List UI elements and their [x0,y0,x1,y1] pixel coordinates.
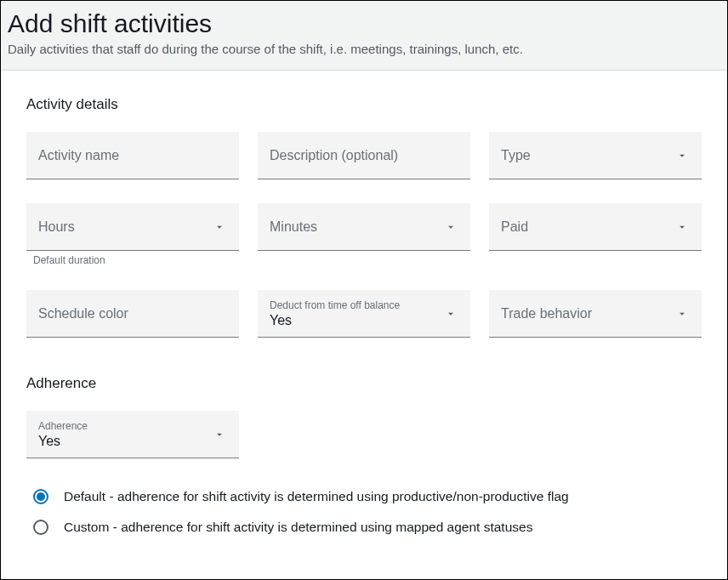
activity-details-section: Activity details Activity name Descripti… [26,96,702,338]
adherence-title: Adherence [26,375,702,392]
page-subtitle: Daily activities that staff do during th… [8,42,717,56]
content-area: Activity details Activity name Descripti… [1,71,727,567]
type-placeholder: Type [501,148,531,163]
radio-custom-label: Custom - adherence for shift activity is… [64,520,532,535]
minutes-placeholder: Minutes [270,219,317,235]
trade-behavior-placeholder: Trade behavior [501,306,592,321]
adherence-select[interactable]: Adherence Yes [26,411,239,458]
deduct-value: Yes [270,313,292,328]
chevron-down-icon [676,221,688,233]
activity-name-placeholder: Activity name [38,148,119,163]
chevron-down-icon [213,429,225,441]
description-input[interactable]: Description (optional) [258,132,470,179]
type-select[interactable]: Type [489,132,702,179]
schedule-color-input[interactable]: Schedule color [26,290,239,338]
adherence-field: Adherence Yes [26,411,239,458]
schedule-color-field: Schedule color [26,290,239,338]
hours-select[interactable]: Hours [26,203,239,251]
paid-placeholder: Paid [501,219,528,235]
activity-details-grid: Activity name Description (optional) Typ… [26,132,702,338]
activity-name-field: Activity name [26,132,239,179]
minutes-field: Minutes [258,203,470,266]
minutes-select[interactable]: Minutes [258,203,470,251]
chevron-down-icon [676,308,688,320]
radio-default-label: Default - adherence for shift activity i… [64,489,569,504]
deduct-label: Deduct from time off balance [270,299,400,311]
radio-icon [33,520,48,535]
duration-helper: Default duration [26,251,239,266]
chevron-down-icon [676,150,688,162]
schedule-color-placeholder: Schedule color [38,306,128,321]
radio-default[interactable]: Default - adherence for shift activity i… [33,489,702,504]
activity-details-title: Activity details [26,96,702,113]
hours-field: Hours Default duration [26,203,239,266]
hours-placeholder: Hours [38,219,75,235]
radio-icon [33,489,48,504]
chevron-down-icon [445,308,457,320]
page-header: Add shift activities Daily activities th… [1,1,727,71]
description-field: Description (optional) [258,132,470,179]
chevron-down-icon [213,221,225,233]
trade-behavior-select[interactable]: Trade behavior [489,290,702,338]
paid-field: Paid [489,203,702,266]
adherence-field-row: Adherence Yes [26,411,702,458]
type-field: Type [489,132,702,179]
page-title: Add shift activities [8,9,717,38]
deduct-field: Deduct from time off balance Yes [258,290,470,338]
adherence-radio-group: Default - adherence for shift activity i… [26,489,702,535]
trade-behavior-field: Trade behavior [489,290,702,338]
radio-custom[interactable]: Custom - adherence for shift activity is… [33,520,702,535]
adherence-value: Yes [38,434,60,449]
adherence-label: Adherence [38,420,88,432]
description-placeholder: Description (optional) [270,148,398,163]
paid-select[interactable]: Paid [489,203,702,251]
deduct-select[interactable]: Deduct from time off balance Yes [258,290,470,338]
chevron-down-icon [445,221,457,233]
adherence-section: Adherence Adherence Yes Default - adhere… [26,375,702,535]
activity-name-input[interactable]: Activity name [26,132,239,179]
